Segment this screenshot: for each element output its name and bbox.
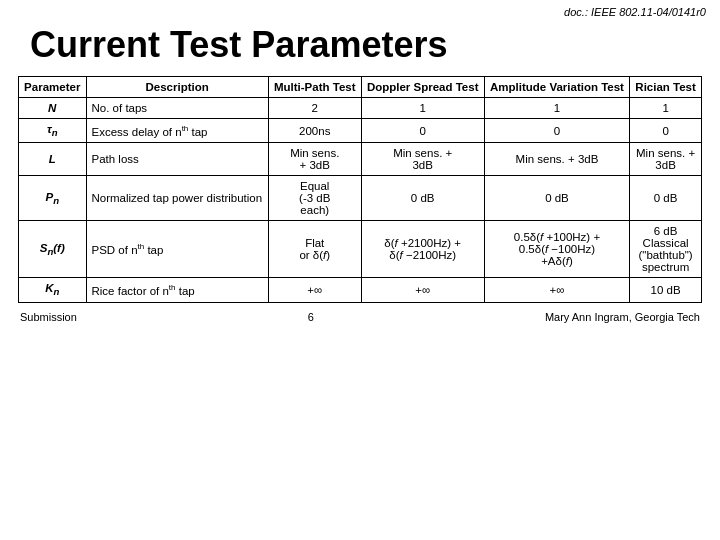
cell-Kn-rician: 10 dB (630, 278, 702, 302)
cell-Pn-rician: 0 dB (630, 176, 702, 221)
col-header-parameter: Parameter (19, 77, 87, 98)
desc-N: No. of taps (86, 98, 268, 119)
cell-tau-amplitude: 0 (484, 119, 629, 143)
desc-Pn: Normalized tap power distribution (86, 176, 268, 221)
cell-N-multipath: 2 (268, 98, 361, 119)
cell-Sn-multipath: Flator δ(f) (268, 221, 361, 278)
table-row: Kn Rice factor of nth tap +∞ +∞ +∞ 10 dB (19, 278, 702, 302)
cell-Pn-multipath: Equal(-3 dBeach) (268, 176, 361, 221)
desc-Kn: Rice factor of nth tap (86, 278, 268, 302)
cell-N-amplitude: 1 (484, 98, 629, 119)
col-header-amplitude: Amplitude Variation Test (484, 77, 629, 98)
param-L: L (19, 143, 87, 176)
col-header-rician: Rician Test (630, 77, 702, 98)
table-row: N No. of taps 2 1 1 1 (19, 98, 702, 119)
page-title: Current Test Parameters (0, 18, 720, 76)
cell-Sn-doppler: δ(f +2100Hz) +δ(f −2100Hz) (361, 221, 484, 278)
table-row: τn Excess delay of nth tap 200ns 0 0 0 (19, 119, 702, 143)
desc-L: Path loss (86, 143, 268, 176)
desc-tau: Excess delay of nth tap (86, 119, 268, 143)
desc-Sn: PSD of nth tap (86, 221, 268, 278)
col-header-multipath: Multi-Path Test (268, 77, 361, 98)
cell-Pn-doppler: 0 dB (361, 176, 484, 221)
param-tau: τn (19, 119, 87, 143)
table-row: L Path loss Min sens.+ 3dB Min sens. +3d… (19, 143, 702, 176)
col-header-doppler: Doppler Spread Test (361, 77, 484, 98)
param-Sn: Sn(f) (19, 221, 87, 278)
cell-L-amplitude: Min sens. + 3dB (484, 143, 629, 176)
cell-N-rician: 1 (630, 98, 702, 119)
doc-reference: doc.: IEEE 802.11-04/0141r0 (0, 0, 720, 18)
cell-tau-multipath: 200ns (268, 119, 361, 143)
main-content: Parameter Description Multi-Path Test Do… (0, 76, 720, 303)
cell-L-rician: Min sens. +3dB (630, 143, 702, 176)
cell-Sn-amplitude: 0.5δ(f +100Hz) +0.5δ(f −100Hz)+Aδ(f) (484, 221, 629, 278)
table-row: Pn Normalized tap power distribution Equ… (19, 176, 702, 221)
cell-Sn-rician: 6 dBClassical("bathtub")spectrum (630, 221, 702, 278)
param-N: N (19, 98, 87, 119)
cell-Pn-amplitude: 0 dB (484, 176, 629, 221)
footer-left: Submission (20, 311, 77, 323)
cell-Kn-multipath: +∞ (268, 278, 361, 302)
cell-tau-rician: 0 (630, 119, 702, 143)
param-Kn: Kn (19, 278, 87, 302)
cell-L-multipath: Min sens.+ 3dB (268, 143, 361, 176)
cell-tau-doppler: 0 (361, 119, 484, 143)
parameters-table: Parameter Description Multi-Path Test Do… (18, 76, 702, 303)
param-Pn: Pn (19, 176, 87, 221)
col-header-description: Description (86, 77, 268, 98)
footer: Submission 6 Mary Ann Ingram, Georgia Te… (0, 303, 720, 323)
footer-right: Mary Ann Ingram, Georgia Tech (545, 311, 700, 323)
table-row: Sn(f) PSD of nth tap Flator δ(f) δ(f +21… (19, 221, 702, 278)
cell-N-doppler: 1 (361, 98, 484, 119)
cell-L-doppler: Min sens. +3dB (361, 143, 484, 176)
cell-Kn-amplitude: +∞ (484, 278, 629, 302)
cell-Kn-doppler: +∞ (361, 278, 484, 302)
footer-center: 6 (308, 311, 314, 323)
